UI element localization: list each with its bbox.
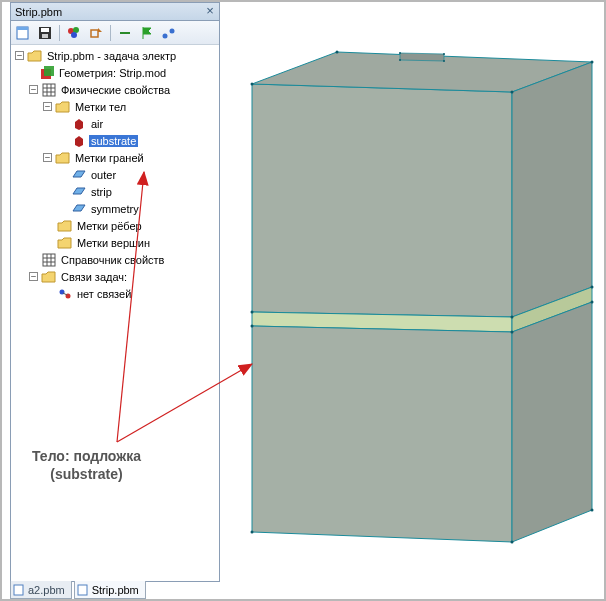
minus-icon	[117, 25, 133, 41]
annotation-line1: Тело: подложка	[32, 447, 141, 465]
new-file-icon	[15, 25, 31, 41]
collapse-icon[interactable]: −	[29, 85, 38, 94]
rotate-icon	[88, 25, 104, 41]
svg-point-46	[511, 541, 514, 544]
tree-label-selected: substrate	[89, 135, 138, 147]
collapse-icon[interactable]: −	[15, 51, 24, 60]
annotation-text: Тело: подложка (substrate)	[32, 447, 141, 483]
tree-label: Strip.pbm - задача электр	[45, 50, 178, 62]
tree-label: Метки рёбер	[75, 220, 144, 232]
svg-point-50	[399, 59, 401, 61]
grid-icon	[41, 252, 57, 268]
svg-point-51	[443, 60, 445, 62]
results-button[interactable]	[159, 23, 179, 43]
svg-point-38	[336, 51, 339, 54]
svg-line-26	[63, 293, 67, 295]
footer-tabs: a2.pbm Strip.pbm	[10, 581, 146, 599]
svg-rect-14	[43, 84, 55, 96]
body-icon	[71, 116, 87, 132]
save-button[interactable]	[35, 23, 55, 43]
link-icon	[57, 286, 73, 302]
grid-icon	[41, 82, 57, 98]
project-tree: − Strip.pbm - задача электр Геометрия: S…	[11, 45, 219, 581]
transform-button[interactable]	[86, 23, 106, 43]
folder-open-icon	[55, 150, 71, 166]
svg-rect-8	[91, 30, 98, 37]
tab-label: a2.pbm	[28, 584, 65, 596]
svg-point-37	[591, 61, 594, 64]
3d-viewport[interactable]	[222, 2, 604, 599]
folder-open-icon	[27, 48, 43, 64]
tree-geometry[interactable]: Геометрия: Strip.mod	[11, 64, 219, 81]
tree-propref[interactable]: Справочник свойств	[11, 251, 219, 268]
tree-tasklinks[interactable]: − Связи задач:	[11, 268, 219, 285]
tree-vertexlabels[interactable]: Метки вершин	[11, 234, 219, 251]
svg-point-44	[591, 301, 594, 304]
tree-label: Физические свойства	[59, 84, 172, 96]
svg-point-36	[511, 91, 514, 94]
svg-point-48	[399, 52, 401, 54]
svg-rect-1	[17, 27, 28, 30]
svg-rect-3	[41, 28, 49, 32]
project-panel: Strip.pbm × −	[10, 2, 220, 582]
tree-bodylabels[interactable]: − Метки тел	[11, 98, 219, 115]
panel-toolbar	[11, 21, 219, 45]
collapse-icon[interactable]: −	[43, 153, 52, 162]
tree-label: outer	[89, 169, 118, 181]
folder-open-icon	[41, 269, 57, 285]
svg-marker-33	[252, 326, 512, 542]
svg-rect-19	[43, 254, 55, 266]
new-file-button[interactable]	[13, 23, 33, 43]
tree-outer[interactable]: outer	[11, 166, 219, 183]
svg-point-45	[251, 531, 254, 534]
svg-rect-9	[120, 32, 130, 34]
tree-label: symmetry	[89, 203, 141, 215]
tree-nolinks[interactable]: нет связей	[11, 285, 219, 302]
tree-root[interactable]: − Strip.pbm - задача электр	[11, 47, 219, 64]
floppy-icon	[37, 25, 53, 41]
panel-title: Strip.pbm	[13, 6, 203, 18]
tree-substrate[interactable]: substrate	[11, 132, 219, 149]
tree-physprops[interactable]: − Физические свойства	[11, 81, 219, 98]
solve-button[interactable]	[137, 23, 157, 43]
color-balls-icon	[66, 25, 82, 41]
face-icon	[71, 167, 87, 183]
remove-button[interactable]	[115, 23, 135, 43]
svg-marker-34	[512, 302, 592, 542]
tree-air[interactable]: air	[11, 115, 219, 132]
close-icon[interactable]: ×	[203, 5, 217, 19]
svg-point-41	[591, 286, 594, 289]
svg-point-11	[170, 28, 175, 33]
svg-marker-27	[252, 84, 512, 317]
tree-label: Справочник свойств	[59, 254, 166, 266]
tree-label: Метки вершин	[75, 237, 152, 249]
face-icon	[71, 201, 87, 217]
folder-icon	[57, 218, 73, 234]
tab-strip[interactable]: Strip.pbm	[74, 581, 146, 599]
svg-rect-13	[44, 66, 54, 76]
face-icon	[71, 184, 87, 200]
folder-icon	[57, 235, 73, 251]
svg-point-35	[251, 83, 254, 86]
tree-strip[interactable]: strip	[11, 183, 219, 200]
tree-label: Геометрия: Strip.mod	[57, 67, 168, 79]
svg-marker-30	[400, 53, 444, 61]
tree-label: нет связей	[75, 288, 133, 300]
properties-button[interactable]	[64, 23, 84, 43]
tree-symmetry[interactable]: symmetry	[11, 200, 219, 217]
svg-rect-54	[14, 585, 23, 595]
svg-point-49	[443, 53, 445, 55]
doc-icon	[13, 584, 25, 596]
body-icon	[71, 133, 87, 149]
tab-a2[interactable]: a2.pbm	[10, 581, 72, 599]
svg-marker-29	[512, 62, 592, 317]
svg-point-7	[71, 32, 77, 38]
tree-facelabels[interactable]: − Метки граней	[11, 149, 219, 166]
svg-point-40	[511, 316, 514, 319]
tree-label: Метки граней	[73, 152, 146, 164]
collapse-icon[interactable]: −	[43, 102, 52, 111]
svg-point-10	[163, 33, 168, 38]
toolbar-separator	[59, 25, 60, 41]
collapse-icon[interactable]: −	[29, 272, 38, 281]
tree-edgelabels[interactable]: Метки рёбер	[11, 217, 219, 234]
